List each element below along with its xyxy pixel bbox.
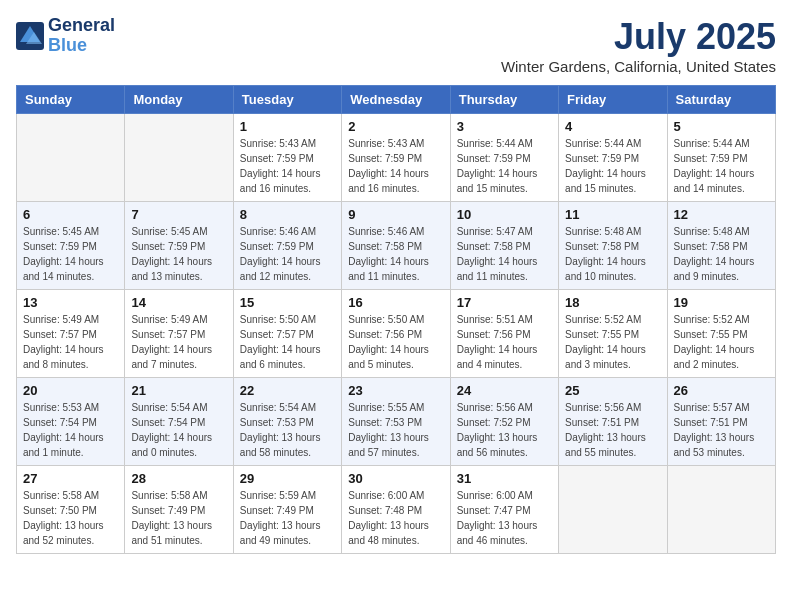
day-info: Sunrise: 5:44 AMSunset: 7:59 PMDaylight:…	[565, 138, 646, 194]
day-number: 26	[674, 383, 769, 398]
day-number: 17	[457, 295, 552, 310]
day-info: Sunrise: 5:46 AMSunset: 7:58 PMDaylight:…	[348, 226, 429, 282]
day-info: Sunrise: 5:44 AMSunset: 7:59 PMDaylight:…	[674, 138, 755, 194]
day-number: 13	[23, 295, 118, 310]
day-info: Sunrise: 5:56 AMSunset: 7:51 PMDaylight:…	[565, 402, 646, 458]
calendar-cell: 3 Sunrise: 5:44 AMSunset: 7:59 PMDayligh…	[450, 114, 558, 202]
day-info: Sunrise: 5:43 AMSunset: 7:59 PMDaylight:…	[240, 138, 321, 194]
weekday-header: Thursday	[450, 86, 558, 114]
day-info: Sunrise: 5:56 AMSunset: 7:52 PMDaylight:…	[457, 402, 538, 458]
day-info: Sunrise: 5:49 AMSunset: 7:57 PMDaylight:…	[23, 314, 104, 370]
day-info: Sunrise: 5:58 AMSunset: 7:50 PMDaylight:…	[23, 490, 104, 546]
day-info: Sunrise: 5:46 AMSunset: 7:59 PMDaylight:…	[240, 226, 321, 282]
day-info: Sunrise: 5:58 AMSunset: 7:49 PMDaylight:…	[131, 490, 212, 546]
calendar-cell: 22 Sunrise: 5:54 AMSunset: 7:53 PMDaylig…	[233, 378, 341, 466]
day-info: Sunrise: 5:45 AMSunset: 7:59 PMDaylight:…	[131, 226, 212, 282]
day-info: Sunrise: 5:53 AMSunset: 7:54 PMDaylight:…	[23, 402, 104, 458]
day-number: 22	[240, 383, 335, 398]
day-number: 14	[131, 295, 226, 310]
day-number: 3	[457, 119, 552, 134]
day-number: 7	[131, 207, 226, 222]
day-number: 8	[240, 207, 335, 222]
calendar-cell: 6 Sunrise: 5:45 AMSunset: 7:59 PMDayligh…	[17, 202, 125, 290]
calendar-cell: 24 Sunrise: 5:56 AMSunset: 7:52 PMDaylig…	[450, 378, 558, 466]
day-info: Sunrise: 5:54 AMSunset: 7:54 PMDaylight:…	[131, 402, 212, 458]
calendar-cell: 12 Sunrise: 5:48 AMSunset: 7:58 PMDaylig…	[667, 202, 775, 290]
day-info: Sunrise: 6:00 AMSunset: 7:47 PMDaylight:…	[457, 490, 538, 546]
calendar-cell: 16 Sunrise: 5:50 AMSunset: 7:56 PMDaylig…	[342, 290, 450, 378]
day-number: 15	[240, 295, 335, 310]
calendar-cell: 17 Sunrise: 5:51 AMSunset: 7:56 PMDaylig…	[450, 290, 558, 378]
day-info: Sunrise: 5:59 AMSunset: 7:49 PMDaylight:…	[240, 490, 321, 546]
title-area: July 2025 Winter Gardens, California, Un…	[501, 16, 776, 75]
calendar-cell	[559, 466, 667, 554]
calendar-cell: 10 Sunrise: 5:47 AMSunset: 7:58 PMDaylig…	[450, 202, 558, 290]
day-info: Sunrise: 5:48 AMSunset: 7:58 PMDaylight:…	[565, 226, 646, 282]
calendar-cell: 7 Sunrise: 5:45 AMSunset: 7:59 PMDayligh…	[125, 202, 233, 290]
day-info: Sunrise: 5:47 AMSunset: 7:58 PMDaylight:…	[457, 226, 538, 282]
calendar-cell: 11 Sunrise: 5:48 AMSunset: 7:58 PMDaylig…	[559, 202, 667, 290]
logo-icon	[16, 22, 44, 50]
calendar-week-row: 6 Sunrise: 5:45 AMSunset: 7:59 PMDayligh…	[17, 202, 776, 290]
calendar-cell: 25 Sunrise: 5:56 AMSunset: 7:51 PMDaylig…	[559, 378, 667, 466]
day-number: 18	[565, 295, 660, 310]
day-number: 11	[565, 207, 660, 222]
month-year: July 2025	[501, 16, 776, 58]
day-number: 6	[23, 207, 118, 222]
calendar-cell: 18 Sunrise: 5:52 AMSunset: 7:55 PMDaylig…	[559, 290, 667, 378]
day-number: 1	[240, 119, 335, 134]
day-info: Sunrise: 5:48 AMSunset: 7:58 PMDaylight:…	[674, 226, 755, 282]
calendar-cell: 8 Sunrise: 5:46 AMSunset: 7:59 PMDayligh…	[233, 202, 341, 290]
calendar-week-row: 20 Sunrise: 5:53 AMSunset: 7:54 PMDaylig…	[17, 378, 776, 466]
day-number: 2	[348, 119, 443, 134]
calendar-cell: 13 Sunrise: 5:49 AMSunset: 7:57 PMDaylig…	[17, 290, 125, 378]
weekday-header: Tuesday	[233, 86, 341, 114]
calendar-week-row: 13 Sunrise: 5:49 AMSunset: 7:57 PMDaylig…	[17, 290, 776, 378]
calendar-cell	[667, 466, 775, 554]
calendar-cell: 19 Sunrise: 5:52 AMSunset: 7:55 PMDaylig…	[667, 290, 775, 378]
day-info: Sunrise: 5:43 AMSunset: 7:59 PMDaylight:…	[348, 138, 429, 194]
day-info: Sunrise: 6:00 AMSunset: 7:48 PMDaylight:…	[348, 490, 429, 546]
day-number: 30	[348, 471, 443, 486]
weekday-header: Wednesday	[342, 86, 450, 114]
calendar-cell: 9 Sunrise: 5:46 AMSunset: 7:58 PMDayligh…	[342, 202, 450, 290]
day-number: 20	[23, 383, 118, 398]
calendar-cell: 20 Sunrise: 5:53 AMSunset: 7:54 PMDaylig…	[17, 378, 125, 466]
calendar-week-row: 27 Sunrise: 5:58 AMSunset: 7:50 PMDaylig…	[17, 466, 776, 554]
calendar-header-row: SundayMondayTuesdayWednesdayThursdayFrid…	[17, 86, 776, 114]
calendar-cell: 4 Sunrise: 5:44 AMSunset: 7:59 PMDayligh…	[559, 114, 667, 202]
day-number: 28	[131, 471, 226, 486]
calendar-cell: 28 Sunrise: 5:58 AMSunset: 7:49 PMDaylig…	[125, 466, 233, 554]
day-info: Sunrise: 5:44 AMSunset: 7:59 PMDaylight:…	[457, 138, 538, 194]
weekday-header: Friday	[559, 86, 667, 114]
calendar-cell: 23 Sunrise: 5:55 AMSunset: 7:53 PMDaylig…	[342, 378, 450, 466]
day-number: 24	[457, 383, 552, 398]
day-number: 31	[457, 471, 552, 486]
day-number: 21	[131, 383, 226, 398]
weekday-header: Monday	[125, 86, 233, 114]
calendar-cell: 5 Sunrise: 5:44 AMSunset: 7:59 PMDayligh…	[667, 114, 775, 202]
calendar-cell: 2 Sunrise: 5:43 AMSunset: 7:59 PMDayligh…	[342, 114, 450, 202]
day-number: 25	[565, 383, 660, 398]
day-number: 23	[348, 383, 443, 398]
day-number: 10	[457, 207, 552, 222]
day-info: Sunrise: 5:49 AMSunset: 7:57 PMDaylight:…	[131, 314, 212, 370]
weekday-header: Saturday	[667, 86, 775, 114]
day-info: Sunrise: 5:55 AMSunset: 7:53 PMDaylight:…	[348, 402, 429, 458]
calendar-cell: 15 Sunrise: 5:50 AMSunset: 7:57 PMDaylig…	[233, 290, 341, 378]
calendar: SundayMondayTuesdayWednesdayThursdayFrid…	[16, 85, 776, 554]
location: Winter Gardens, California, United State…	[501, 58, 776, 75]
day-number: 29	[240, 471, 335, 486]
calendar-cell: 14 Sunrise: 5:49 AMSunset: 7:57 PMDaylig…	[125, 290, 233, 378]
calendar-cell: 27 Sunrise: 5:58 AMSunset: 7:50 PMDaylig…	[17, 466, 125, 554]
calendar-cell: 31 Sunrise: 6:00 AMSunset: 7:47 PMDaylig…	[450, 466, 558, 554]
calendar-cell	[125, 114, 233, 202]
calendar-cell: 30 Sunrise: 6:00 AMSunset: 7:48 PMDaylig…	[342, 466, 450, 554]
day-number: 19	[674, 295, 769, 310]
day-info: Sunrise: 5:57 AMSunset: 7:51 PMDaylight:…	[674, 402, 755, 458]
day-info: Sunrise: 5:45 AMSunset: 7:59 PMDaylight:…	[23, 226, 104, 282]
day-info: Sunrise: 5:52 AMSunset: 7:55 PMDaylight:…	[565, 314, 646, 370]
calendar-cell: 1 Sunrise: 5:43 AMSunset: 7:59 PMDayligh…	[233, 114, 341, 202]
logo-text: General Blue	[48, 16, 115, 56]
day-info: Sunrise: 5:50 AMSunset: 7:57 PMDaylight:…	[240, 314, 321, 370]
